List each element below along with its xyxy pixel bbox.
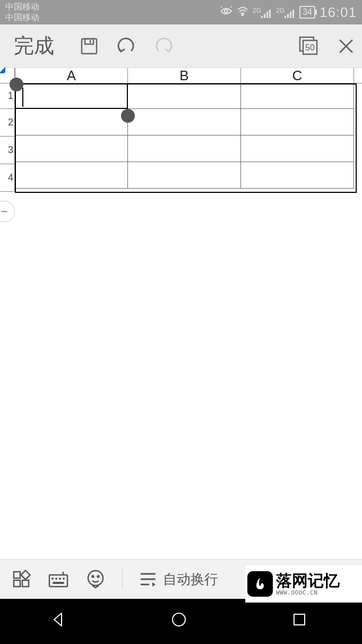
android-nav-bar (0, 599, 362, 644)
svg-rect-2 (261, 16, 263, 18)
svg-rect-20 (22, 580, 29, 587)
wrap-text-button[interactable]: 自动换行 (139, 570, 218, 589)
svg-rect-5 (269, 10, 271, 18)
cell-b1[interactable] (128, 83, 241, 109)
row-headers: 1 2 3 4 (0, 83, 15, 192)
selection-handle-start[interactable] (10, 78, 23, 91)
cell-a3[interactable] (15, 135, 128, 162)
done-button[interactable]: 完成 (5, 32, 63, 60)
svg-point-29 (88, 571, 103, 586)
svg-rect-4 (266, 12, 268, 18)
row-header-4[interactable]: 4 (0, 164, 15, 192)
cell-b4[interactable] (128, 162, 241, 189)
text-cursor (22, 88, 23, 107)
separator (122, 569, 123, 590)
svg-text:50: 50 (305, 43, 315, 52)
signal-1: 2G (253, 7, 272, 18)
svg-point-1 (242, 14, 244, 15)
cell-b2[interactable] (128, 109, 241, 135)
svg-rect-21 (21, 571, 30, 580)
wrap-text-label: 自动换行 (163, 570, 218, 589)
cell-c1[interactable] (241, 83, 354, 109)
cell-a2[interactable] (15, 109, 128, 135)
svg-rect-3 (264, 14, 265, 18)
svg-rect-11 (85, 39, 93, 44)
status-bar: 中国移动 中国移动 2G 2G 34 16:01 (0, 0, 362, 24)
watermark-title: 落网记忆 (276, 572, 340, 589)
keyboard-icon[interactable] (48, 569, 69, 590)
clock: 16:01 (320, 4, 357, 21)
svg-rect-18 (14, 572, 20, 578)
cell-b3[interactable] (128, 135, 241, 162)
svg-rect-19 (14, 580, 20, 587)
carrier-2: 中国移动 (5, 12, 39, 23)
undo-button[interactable] (116, 36, 137, 57)
watermark: 落网记忆 WWW.OOOC.CN (245, 565, 362, 603)
col-header-c[interactable]: C (241, 68, 354, 83)
back-button[interactable] (50, 611, 71, 632)
carrier-labels: 中国移动 中国移动 (5, 2, 39, 23)
svg-rect-6 (285, 16, 286, 18)
svg-rect-9 (292, 10, 294, 18)
cell-c2[interactable] (241, 109, 354, 135)
cell-c4[interactable] (241, 162, 354, 189)
svg-rect-36 (294, 614, 305, 625)
apps-icon[interactable] (11, 569, 32, 590)
wifi-icon (237, 6, 248, 19)
column-headers: A B C (15, 68, 362, 83)
svg-point-31 (98, 576, 99, 578)
svg-point-35 (173, 613, 185, 626)
cell-a4[interactable] (15, 162, 128, 189)
spreadsheet-area[interactable]: A B C 1 2 3 4 (0, 68, 362, 189)
svg-point-0 (225, 10, 228, 13)
svg-rect-10 (82, 39, 97, 54)
save-button[interactable] (79, 36, 100, 57)
emoji-icon[interactable] (85, 569, 106, 590)
col-header-b[interactable]: B (128, 68, 241, 83)
home-button[interactable] (170, 611, 192, 632)
recent-button[interactable] (291, 611, 312, 632)
watermark-logo-icon (247, 571, 273, 597)
word-count-button[interactable]: 50 (298, 36, 320, 57)
redo-button[interactable] (153, 36, 174, 57)
signal-2: 2G (276, 7, 295, 18)
svg-rect-22 (49, 575, 67, 587)
row-header-2[interactable]: 2 (0, 109, 15, 137)
eye-comfort-icon (220, 6, 232, 19)
svg-rect-8 (290, 12, 291, 18)
col-header-a[interactable]: A (15, 68, 128, 83)
watermark-url: WWW.OOOC.CN (276, 589, 340, 596)
cells-grid (15, 83, 362, 189)
cell-c3[interactable] (241, 135, 354, 162)
battery-indicator: 34 (299, 6, 315, 19)
carrier-1: 中国移动 (5, 2, 39, 12)
zoom-out-fab[interactable]: − (0, 201, 15, 222)
row-header-3[interactable]: 3 (0, 137, 15, 164)
top-toolbar: 完成 50 (0, 24, 362, 68)
svg-rect-7 (287, 14, 289, 18)
selection-handle-end[interactable] (121, 109, 135, 123)
cell-a1[interactable] (15, 83, 128, 109)
close-button[interactable] (335, 36, 357, 57)
svg-point-30 (92, 576, 94, 578)
